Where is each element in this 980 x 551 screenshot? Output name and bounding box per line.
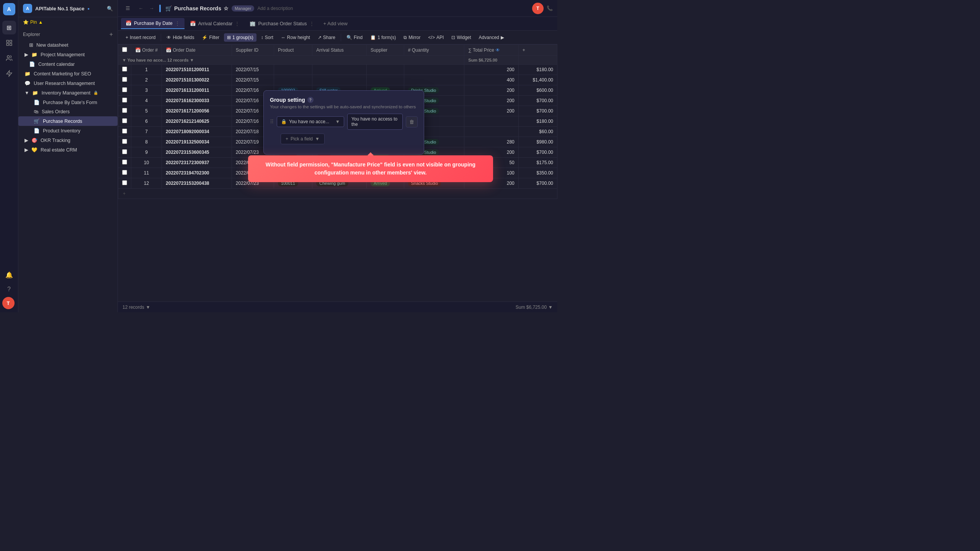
people-icon[interactable]	[2, 51, 16, 65]
col-price-icon: ∑	[468, 47, 472, 53]
cell-supplier[interactable]	[404, 65, 464, 75]
row-height-btn[interactable]: ↔ Row height	[278, 33, 313, 42]
help-icon[interactable]: ?	[2, 282, 16, 296]
notification-icon[interactable]: 🔔	[2, 268, 16, 282]
home-icon[interactable]: ⊞	[2, 21, 16, 34]
cell-order[interactable]: 20220715101200011	[162, 65, 232, 75]
group-header-label: ▼ You have no acce... 12 records ▼	[118, 56, 464, 65]
popup-help-icon[interactable]: ?	[307, 97, 314, 103]
inventory-lock-icon: 🔒	[93, 91, 98, 95]
hide-icon: 👁	[167, 35, 171, 40]
col-price-eye[interactable]: 👁	[495, 47, 500, 53]
pin-header[interactable]: ⭐ Pin ▲	[23, 20, 113, 25]
sidebar-item-sales-orders[interactable]: 🛍 Sales Orders	[18, 107, 118, 116]
sidebar-item-project-management[interactable]: ▶ 📁 Project Management	[18, 50, 118, 59]
group-btn[interactable]: ⊞ 1 group(s)	[224, 33, 256, 42]
popup-delete-btn[interactable]: 🗑	[406, 116, 418, 127]
find-btn[interactable]: 🔍 Find	[343, 33, 366, 42]
manager-badge: Manager	[232, 5, 254, 11]
sort-btn[interactable]: ↕ Sort	[258, 33, 276, 42]
sidebar-item-new-datasheet[interactable]: ⊞ New datasheet	[18, 40, 118, 50]
mirror-btn[interactable]: ⧉ Mirror	[400, 33, 423, 42]
explorer-add-icon[interactable]: +	[109, 31, 113, 38]
popup-pick-row: + Pick a field ▼	[270, 134, 418, 144]
select-all-col[interactable]	[118, 45, 131, 56]
popup-field1-btn[interactable]: 🔒 You have no acce... ▼	[277, 116, 344, 127]
topbar: ☰ ← → 🛒 Purchase Records ☆ Manager Add a…	[118, 0, 557, 17]
add-view-btn[interactable]: + Add view	[320, 18, 351, 29]
sort-icon: ↕	[261, 35, 263, 40]
tab-arrival-calendar[interactable]: 📅 Arrival Calendar ⋮	[185, 18, 245, 29]
cell-sid[interactable]	[274, 65, 312, 75]
records-chevron: ▼	[146, 305, 150, 310]
svg-point-4	[7, 55, 9, 58]
sidebar-item-product-inventory[interactable]: 📄 Product Inventory	[18, 126, 118, 135]
content-marketing-folder-icon: 📁	[24, 71, 31, 77]
popup-drag-handle[interactable]: ⠿	[270, 119, 274, 125]
col-supplier-id[interactable]: Supplier ID	[232, 45, 274, 56]
popup-field2-btn[interactable]: You have no access to the	[347, 114, 403, 130]
row-checkbox[interactable]	[118, 65, 131, 75]
col-date-icon: 📅	[166, 47, 172, 53]
share-btn[interactable]: ↗ Share	[315, 33, 338, 42]
cell-status[interactable]	[367, 65, 404, 75]
records-count[interactable]: 12 records ▼	[122, 305, 150, 310]
cell-date[interactable]: 2022/07/15	[232, 65, 274, 75]
sum-chevron: ▼	[548, 305, 553, 310]
col-supplier[interactable]: Supplier	[367, 45, 404, 56]
insert-record-btn[interactable]: + Insert record	[122, 33, 158, 42]
sidebar-item-okr-tracking[interactable]: ▶ 🎯 OKR Tracking	[18, 135, 118, 145]
advanced-chevron: ▶	[501, 35, 504, 40]
advanced-btn[interactable]: Advanced ▶	[476, 33, 507, 42]
select-all-checkbox[interactable]	[122, 47, 127, 52]
add-row[interactable]: +	[118, 189, 557, 199]
topbar-call-icon[interactable]: 📞	[547, 5, 553, 11]
sidebar-item-inventory-management[interactable]: ▼ 📁 Inventory Management 🔒	[18, 88, 118, 98]
widget-btn[interactable]: ⊡ Widget	[448, 33, 474, 42]
svg-rect-0	[7, 40, 8, 42]
col-order[interactable]: 📅 Order #	[131, 45, 162, 56]
tab-options-icon[interactable]: ⋮	[175, 20, 180, 26]
cell-qty[interactable]: 200	[464, 65, 518, 75]
explorer-header[interactable]: Explorer +	[18, 29, 118, 40]
datasheet-icon[interactable]	[2, 36, 16, 50]
sidebar-item-user-research[interactable]: 💬 User Research Management	[18, 78, 118, 88]
sidebar-item-purchase-by-date-form[interactable]: 📄 Purchase By Date's Form	[18, 98, 118, 107]
filter-btn[interactable]: ⚡ Filter	[199, 33, 222, 42]
topbar-description[interactable]: Add a description	[257, 6, 293, 11]
title-star[interactable]: ☆	[224, 5, 229, 11]
sidebar-item-content-marketing[interactable]: 📁 Content Marketing for SEO	[18, 69, 118, 78]
popup-pick-field-btn[interactable]: + Pick a field ▼	[281, 134, 325, 144]
col-quantity[interactable]: # Quantity	[404, 45, 464, 56]
forward-arrow[interactable]: →	[147, 4, 156, 13]
workspace-name[interactable]: A APITable No.1 Space ●	[23, 4, 90, 13]
tab-status-options-icon[interactable]: ⋮	[309, 21, 314, 26]
explorer-section: Explorer + ⊞ New datasheet ▶ 📁 Project M…	[18, 27, 118, 156]
automation-icon[interactable]	[2, 67, 16, 80]
user-avatar-rail[interactable]: T	[2, 297, 15, 309]
user-avatar-topbar[interactable]: T	[532, 3, 544, 14]
col-total-price[interactable]: ∑ Total Price 👁	[464, 45, 518, 56]
hide-fields-btn[interactable]: 👁 Hide fields	[163, 33, 197, 42]
widget-icon: ⊡	[451, 35, 455, 40]
sidebar-item-purchase-records[interactable]: 🛒 Purchase Records	[18, 116, 118, 126]
tab-purchase-order-status[interactable]: 🏢 Purchase Order Status ⋮	[245, 18, 318, 29]
sum-total[interactable]: Sum $6,725.00 ▼	[516, 305, 553, 310]
cell-price[interactable]: $180.00	[518, 65, 557, 75]
tab-arrival-options-icon[interactable]: ⋮	[235, 21, 240, 26]
sidebar-item-content-calendar[interactable]: 📄 Content calendar	[18, 59, 118, 69]
add-column-btn[interactable]: +	[518, 45, 557, 56]
sidebar-collapse-btn[interactable]: ☰	[122, 4, 133, 13]
tabbar: 📅 Purchase By Date ⋮ 📅 Arrival Calendar …	[118, 17, 557, 31]
sidebar-item-real-estate[interactable]: ▶ 💛 Real estate CRM	[18, 145, 118, 155]
back-arrow[interactable]: ←	[136, 4, 145, 13]
api-btn[interactable]: </> API	[425, 33, 447, 42]
col-order-date[interactable]: 📅 Order Date	[162, 45, 232, 56]
cell-product[interactable]	[312, 65, 367, 75]
user-research-icon: 💬	[24, 80, 31, 86]
search-icon[interactable]: 🔍	[107, 6, 113, 11]
tab-purchase-by-date[interactable]: 📅 Purchase By Date ⋮	[121, 18, 185, 29]
col-product[interactable]: Product	[274, 45, 312, 56]
col-arrival-status[interactable]: Arrival Status	[312, 45, 367, 56]
forms-btn[interactable]: 📋 1 form(s)	[367, 33, 399, 42]
